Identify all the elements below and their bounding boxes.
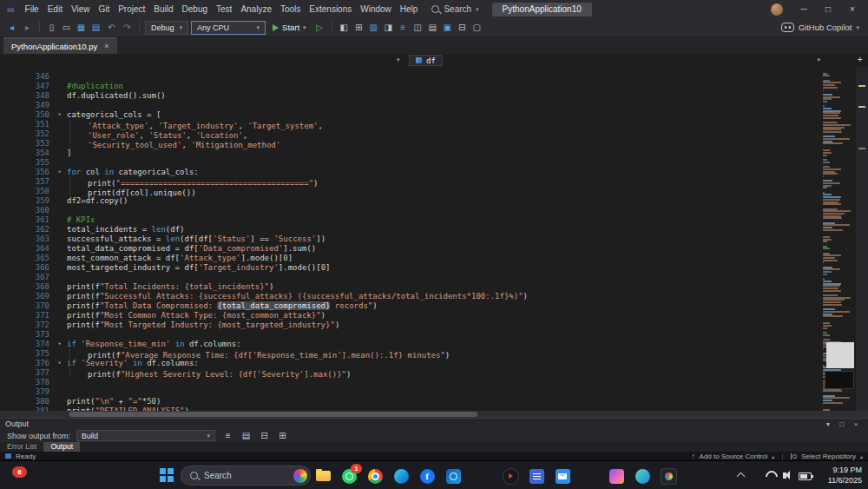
code-line-347[interactable]: 347#duplication bbox=[0, 82, 823, 91]
user-avatar[interactable] bbox=[771, 3, 783, 16]
code-line-363[interactable]: 363successful_attacks = len(df[df['Statu… bbox=[0, 235, 823, 244]
tab-pythonapplication10-py[interactable]: PythonApplication10.py × bbox=[3, 37, 117, 54]
panel-close-icon[interactable]: × bbox=[849, 420, 863, 428]
titlebar-search[interactable]: Search ▾ bbox=[431, 4, 478, 14]
start-debug-button[interactable]: Start ▾ bbox=[268, 23, 311, 32]
extensions-icon[interactable]: ▣ bbox=[441, 21, 454, 34]
code-line-349[interactable]: 349 bbox=[0, 101, 823, 110]
panel-dropdown-icon[interactable]: ▾ bbox=[821, 420, 835, 428]
menu-project[interactable]: Project bbox=[114, 3, 149, 16]
horizontal-scrollbar[interactable] bbox=[0, 411, 868, 418]
code-line-370[interactable]: 370print(f"Total Data Compromised: {tota… bbox=[0, 301, 823, 311]
start-button[interactable] bbox=[160, 468, 174, 482]
scrollbar-annotation-rail[interactable] bbox=[856, 68, 868, 411]
close-button[interactable]: × bbox=[842, 4, 863, 14]
code-line-358[interactable]: 358print(df[col].unique()) bbox=[0, 187, 823, 196]
code-line-353[interactable]: 353'Security_tool_used', 'Mitigation_met… bbox=[0, 139, 823, 149]
code-line-360[interactable]: 360 bbox=[0, 206, 823, 215]
horizontal-scrollbar-thumb[interactable] bbox=[69, 412, 477, 417]
task-list-icon[interactable]: ≡ bbox=[397, 21, 410, 34]
whatsapp-icon[interactable]: 1 bbox=[340, 467, 358, 485]
menu-file[interactable]: File bbox=[21, 3, 43, 16]
bookmark-icon[interactable]: ⊟ bbox=[456, 21, 469, 34]
menu-build[interactable]: Build bbox=[149, 3, 177, 16]
add-to-source-control-button[interactable]: Add to Source Control bbox=[700, 453, 768, 460]
code-line-369[interactable]: 369print(f"Successful Attacks: {successf… bbox=[0, 292, 823, 301]
code-line-367[interactable]: 367 bbox=[0, 273, 823, 282]
code-line-348[interactable]: 348df.duplicated().sum() bbox=[0, 91, 823, 101]
toolbox-icon[interactable]: ◫ bbox=[411, 21, 424, 34]
copilot-orb-icon[interactable] bbox=[293, 469, 307, 483]
solution-platforms-dropdown[interactable]: Any CPU ▾ bbox=[191, 21, 266, 35]
code-line-364[interactable]: 364total_data_compromised = df['Data_com… bbox=[0, 244, 823, 254]
facebook-icon[interactable]: f bbox=[418, 467, 436, 485]
mail-icon[interactable] bbox=[554, 467, 571, 485]
menu-window[interactable]: Window bbox=[356, 3, 396, 16]
code-line-380[interactable]: 380print("\n" + "="*50) bbox=[0, 397, 823, 406]
panel-tab-error-list[interactable]: Error List bbox=[0, 442, 43, 452]
code-line-365[interactable]: 365most_common_attack = df['Attack_type'… bbox=[0, 254, 823, 263]
code-line-346[interactable]: 346 bbox=[0, 72, 823, 82]
code-line-357[interactable]: 357print("==============================… bbox=[0, 177, 823, 187]
navigate-back-icon[interactable]: ◂ bbox=[5, 21, 18, 34]
taskbar-search[interactable]: Search bbox=[181, 466, 311, 486]
code-line-375[interactable]: 375print(f"Average Response Time: {df['R… bbox=[0, 349, 823, 359]
file-explorer-icon[interactable] bbox=[314, 467, 332, 485]
navbar-caret[interactable]: ▾ bbox=[817, 56, 820, 63]
notification-count-badge[interactable]: 8 bbox=[12, 466, 27, 478]
tray-chevron-up-icon[interactable] bbox=[737, 472, 746, 481]
minimize-button[interactable]: ─ bbox=[793, 4, 814, 14]
code-line-362[interactable]: 362total_incidents = len(df) bbox=[0, 225, 823, 235]
breakpoints-icon[interactable]: ◧ bbox=[338, 21, 351, 34]
notepad-icon[interactable] bbox=[528, 467, 545, 485]
chevron-up-icon[interactable]: ▴ bbox=[772, 453, 774, 459]
clear-output-icon[interactable]: ⊟ bbox=[258, 429, 271, 442]
code-line-374[interactable]: 374▾if 'Response_time_min' in df.columns… bbox=[0, 340, 823, 349]
code-line-379[interactable]: 379 bbox=[0, 387, 823, 397]
fold-collapse-icon[interactable]: ▾ bbox=[52, 340, 67, 349]
undo-icon[interactable]: ↶ bbox=[105, 21, 118, 34]
battery-icon[interactable] bbox=[799, 472, 812, 480]
menu-edit[interactable]: Edit bbox=[43, 3, 67, 16]
designer-app-icon[interactable] bbox=[608, 467, 625, 485]
output-source-dropdown[interactable]: Build ▾ bbox=[76, 430, 215, 441]
redo-icon[interactable]: ↷ bbox=[121, 21, 134, 34]
code-line-378[interactable]: 378 bbox=[0, 378, 823, 387]
code-line-350[interactable]: 350▾categorical_cols = [ bbox=[0, 110, 823, 120]
edge-beta-icon[interactable] bbox=[634, 467, 651, 485]
word-wrap-icon[interactable]: ▤ bbox=[240, 429, 253, 442]
code-line-376[interactable]: 376▾if 'Severity' in df.columns: bbox=[0, 359, 823, 368]
menu-extensions[interactable]: Extensions bbox=[305, 3, 356, 16]
save-icon[interactable]: ▦ bbox=[75, 21, 88, 34]
code-line-361[interactable]: 361# KPIs bbox=[0, 215, 823, 225]
menu-debug[interactable]: Debug bbox=[178, 3, 212, 16]
start-without-debugging-icon[interactable]: ▷ bbox=[313, 21, 326, 34]
code-line-359[interactable]: 359df2=df.copy() bbox=[0, 196, 823, 206]
code-line-372[interactable]: 372print(f"Most Targeted Industry: {most… bbox=[0, 320, 823, 330]
new-window-icon[interactable]: ⊞ bbox=[352, 21, 365, 34]
panel-tab-output[interactable]: Output bbox=[43, 442, 80, 452]
menu-view[interactable]: View bbox=[67, 3, 95, 16]
open-file-icon[interactable]: ▭ bbox=[60, 21, 73, 34]
code-line-352[interactable]: 352'User_role', 'Status', 'Location', bbox=[0, 129, 823, 139]
window-layout-icon[interactable]: ▢ bbox=[470, 21, 483, 34]
code-line-371[interactable]: 371print(f"Most Common Attack Type: {mos… bbox=[0, 311, 823, 320]
code-line-355[interactable]: 355 bbox=[0, 158, 823, 168]
wifi-icon[interactable] bbox=[763, 468, 780, 486]
code-line-351[interactable]: 351'Attack_type', 'Target_industry', 'Ta… bbox=[0, 120, 823, 129]
new-project-icon[interactable]: ▯ bbox=[45, 21, 58, 34]
project-dropdown-caret[interactable]: ▾ bbox=[397, 56, 400, 63]
fold-collapse-icon[interactable]: ▾ bbox=[52, 168, 67, 177]
code-line-377[interactable]: 377print(f"Highest Severity Level: {df['… bbox=[0, 368, 823, 378]
panel-restore-icon[interactable]: □ bbox=[835, 420, 849, 428]
taskbar-clock[interactable]: 9:19 PM 11/6/2025 bbox=[828, 465, 862, 486]
edge-icon[interactable] bbox=[392, 467, 410, 485]
properties-icon[interactable]: ◨ bbox=[382, 21, 395, 34]
outlook-icon[interactable] bbox=[444, 467, 462, 485]
chevron-up-icon[interactable]: ▴ bbox=[860, 453, 863, 459]
fold-collapse-icon[interactable]: ▾ bbox=[52, 110, 67, 120]
code-line-368[interactable]: 368print(f"Total Incidents: {total_incid… bbox=[0, 282, 823, 292]
chrome-icon[interactable] bbox=[366, 467, 384, 485]
media-player-icon[interactable] bbox=[502, 467, 519, 485]
solution-explorer-icon[interactable]: ▥ bbox=[367, 21, 380, 34]
